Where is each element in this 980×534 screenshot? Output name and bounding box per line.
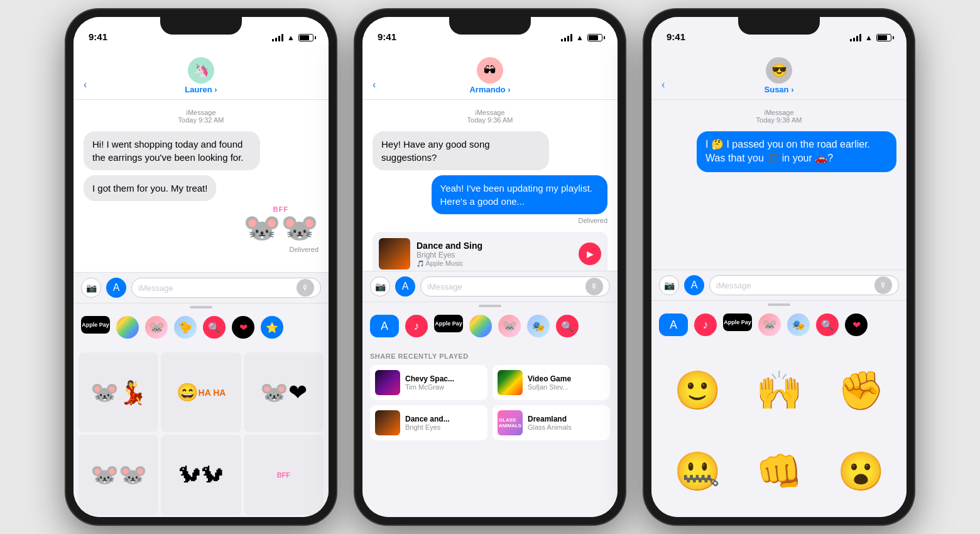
status-icons-lauren: ▲ (272, 33, 313, 42)
memoji-5[interactable]: 👊 (741, 433, 817, 509)
date-label-lauren: iMessage Today 9:32 AM (84, 109, 318, 124)
memoji-2[interactable]: 🙌 (741, 352, 817, 428)
message-1-armando: Hey! Have any good song suggestions? (373, 131, 549, 170)
notch-susan (738, 17, 820, 35)
status-icons-susan: ▲ (850, 33, 891, 42)
contact-name-lauren[interactable]: Lauren › (185, 85, 217, 94)
sticker-bff-lauren: BFF 🐭🐭 (243, 206, 318, 243)
back-button-armando[interactable]: ‹ (373, 79, 376, 90)
sticker-icon-armando[interactable]: 🐭 (498, 315, 521, 337)
input-bar-lauren: 📷 A iMessage 🎙 (74, 272, 329, 303)
grid-item-dance[interactable]: Dance and... Bright Eyes (370, 405, 487, 440)
nav-header-susan: ‹ 😎 Susan › (651, 45, 906, 100)
audio-button-armando[interactable]: 🎙 (585, 278, 603, 295)
app-store-button-lauren[interactable]: A (106, 278, 126, 298)
app-store-button-susan[interactable]: A (684, 275, 704, 295)
delivered-label-lauren: Delivered (290, 246, 318, 253)
contact-name-susan[interactable]: Susan › (765, 85, 794, 94)
app-store-icon-lauren: A (113, 282, 120, 293)
date-label-armando: iMessage Today 9:36 AM (373, 109, 607, 124)
back-chevron-susan: ‹ (662, 79, 665, 90)
grid-item-chevy[interactable]: Chevy Spac... Tim McGraw (370, 365, 487, 400)
unity-icon-armando[interactable] (469, 315, 492, 337)
music-icon-armando[interactable]: ♪ (405, 315, 428, 337)
drawer-scroll-armando: A ♪ Apple Pay 🐭 🎭 🔍 (362, 311, 618, 341)
app-drawer-susan: A ♪ Apple Pay 🐭 🎭 🔍 ❤ (651, 300, 906, 345)
sticker-5[interactable]: 🐿🐿 (161, 435, 241, 515)
battery-icon-susan (876, 34, 891, 41)
unity-icon-lauren[interactable] (116, 316, 139, 339)
input-bar-armando: 📷 A iMessage 🎙 (362, 271, 618, 302)
sticker-4[interactable]: 🐭🐭 (79, 435, 158, 515)
phone-susan: 9:41 ▲ ‹ 😎 Susan › iMe (644, 9, 914, 525)
wifi-icon-armando: ▲ (576, 33, 584, 42)
music-artist-armando: Bright Eyes (416, 251, 572, 259)
info-dance: Dance and... Bright Eyes (405, 415, 482, 431)
contact-name-armando[interactable]: Armando › (469, 85, 510, 94)
search-icon-armando[interactable]: 🔍 (556, 315, 579, 337)
heart-icon-susan[interactable]: ❤ (845, 313, 868, 336)
thumb-dance (375, 410, 400, 435)
back-button-susan[interactable]: ‹ (662, 79, 665, 90)
grid-item-video-game[interactable]: Video Game Sufjan Stev... (493, 365, 610, 400)
nav-header-armando: ‹ 🕶 Armando › (362, 45, 618, 100)
input-placeholder-susan: iMessage (716, 281, 751, 290)
memoji-4[interactable]: 🤐 (659, 433, 736, 509)
apple-pay-icon-armando[interactable]: Apple Pay (434, 315, 463, 332)
message-input-susan[interactable]: iMessage 🎙 (709, 275, 899, 295)
camera-button-lauren[interactable]: 📷 (81, 278, 101, 298)
back-chevron-lauren: ‹ (84, 79, 87, 90)
apple-pay-icon-susan[interactable]: Apple Pay (723, 313, 752, 331)
sticker-icon-2-lauren[interactable]: 🐤 (174, 316, 197, 339)
thumb-chevy (375, 370, 400, 395)
screen-armando: 9:41 ▲ ‹ 🕶 Armando › i (362, 17, 618, 517)
battery-icon-armando (587, 34, 602, 41)
sticker-2[interactable]: 😄 HA HA (161, 352, 241, 432)
sticker-icon-2-armando[interactable]: 🎭 (527, 315, 550, 337)
wifi-icon-lauren: ▲ (287, 33, 295, 42)
camera-button-armando[interactable]: 📷 (370, 276, 390, 297)
chat-body-susan: iMessage Today 9:38 AM I 🤔 I passed you … (651, 100, 906, 270)
app-store-button-armando[interactable]: A (395, 276, 415, 297)
music-icon-susan[interactable]: ♪ (694, 313, 717, 336)
memoji-1[interactable]: 🙂 (659, 352, 736, 428)
play-button-armando[interactable]: ▶ (579, 242, 601, 265)
audio-button-lauren[interactable]: 🎙 (297, 279, 314, 297)
input-placeholder-armando: iMessage (427, 282, 462, 292)
sticker-6[interactable]: BFF (244, 435, 324, 515)
avatar-lauren: 🦄 (188, 57, 214, 84)
sticker-3[interactable]: 🐭❤ (244, 352, 324, 432)
signal-icon-susan (850, 34, 861, 41)
sticker-icon-susan[interactable]: 🐭 (758, 313, 781, 336)
avatar-armando: 🕶 (477, 57, 503, 84)
app-store-drawer-susan[interactable]: A (659, 313, 688, 336)
sticker-icon-1-lauren[interactable]: 🐭 (145, 316, 168, 339)
message-input-armando[interactable]: iMessage 🎙 (420, 276, 610, 297)
camera-button-susan[interactable]: 📷 (659, 275, 679, 295)
app-store-drawer-armando[interactable]: A (370, 315, 399, 337)
heart-icon-lauren[interactable]: ❤ (232, 316, 254, 339)
search-icon-susan[interactable]: 🔍 (816, 313, 839, 336)
music-card-armando[interactable]: Dance and Sing Bright Eyes 🎵 Apple Music… (373, 232, 607, 271)
selected-icon-lauren[interactable]: ⭐ (261, 316, 283, 339)
memoji-6[interactable]: 😮 (822, 433, 899, 509)
phone-armando: 9:41 ▲ ‹ 🕶 Armando › i (355, 9, 625, 525)
date-label-susan: iMessage Today 9:38 AM (662, 109, 896, 124)
apple-pay-icon-lauren[interactable]: Apple Pay (81, 316, 110, 334)
info-video-game: Video Game Sufjan Stev... (528, 374, 605, 391)
chat-body-lauren: iMessage Today 9:32 AM Hi! I went shoppi… (74, 100, 329, 272)
memoji-3[interactable]: ✊ (822, 352, 899, 428)
search-icon-lauren[interactable]: 🔍 (203, 316, 226, 339)
audio-button-susan[interactable]: 🎙 (874, 276, 892, 294)
sticker-1[interactable]: 🐭💃 (79, 352, 158, 432)
music-source-armando: 🎵 Apple Music (416, 259, 572, 267)
sticker-icon-2-susan[interactable]: 🎭 (787, 313, 810, 336)
time-lauren: 9:41 (89, 31, 107, 42)
back-button-lauren[interactable]: ‹ (84, 79, 87, 90)
back-chevron-armando: ‹ (373, 79, 376, 90)
music-info-armando: Dance and Sing Bright Eyes 🎵 Apple Music (416, 241, 572, 267)
message-input-lauren[interactable]: iMessage 🎙 (131, 278, 321, 298)
thumb-video-game (498, 370, 523, 395)
grid-item-dreamland[interactable]: GLASSANIMALS Dreamland Glass Animals (493, 405, 610, 440)
drawer-pill-armando (479, 305, 501, 307)
